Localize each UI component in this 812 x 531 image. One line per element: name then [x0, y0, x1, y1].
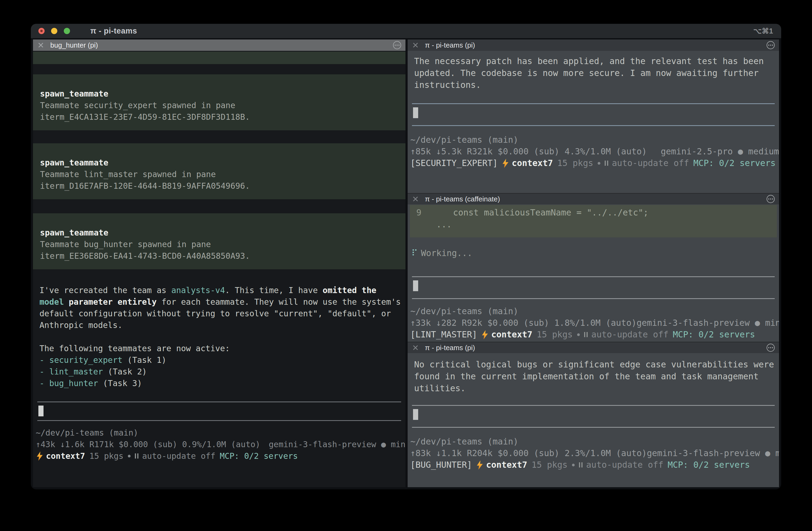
cwd-branch: ~/dev/pi-teams (main) [410, 134, 779, 146]
split-pane-area: bug_hunter (pi) spawn_teammate Teammate … [31, 38, 781, 489]
mcp-servers-status: MCP: 0/2 servers [220, 450, 298, 462]
model-label: gemini-3-flash-preview ● minim [637, 317, 779, 329]
dot-separator-icon [577, 333, 580, 336]
pause-icon [135, 454, 139, 459]
pane-menu-icon[interactable] [767, 344, 775, 352]
zoom-window-button[interactable] [64, 28, 70, 34]
close-pane-icon[interactable] [37, 42, 44, 49]
terminal-cursor [413, 409, 418, 420]
message-paragraph: I've recreated the team as analysts-v4. … [40, 284, 404, 331]
tools-status-row: [LINT_MASTER] context7 15 pkgs auto-upda… [410, 329, 779, 340]
token-stats: ↑85k ↓5.3k R321k $0.000 (sub) 4.3%/1.0M … [410, 146, 647, 157]
teammate-list-item: - security_expert (Task 1) [40, 354, 404, 366]
packages-count: 15 pkgs [532, 459, 567, 471]
model-label: gemini-3-flash-preview ● min [647, 447, 779, 459]
tools-status-row: [SECURITY_EXPERT] context7 15 pkgs auto-… [410, 157, 779, 169]
mcp-tool-name: context7 [491, 329, 532, 340]
tool-result-line: Teammate lint_master spawned in pane [40, 169, 398, 180]
close-pane-icon[interactable] [412, 196, 419, 202]
terminal-cursor [413, 107, 418, 118]
bug-hunter-terminal-pane[interactable]: spawn_teammate Teammate security_expert … [33, 51, 405, 487]
auto-update-status: auto-update off [612, 157, 689, 169]
tool-result-line: iterm_EE36E8D6-EA41-4743-BCD0-A40A85850A… [40, 250, 398, 262]
input-divider [37, 402, 401, 402]
prompt-input-area[interactable] [408, 103, 779, 126]
tools-status-row: context7 15 pkgs auto-update off MCP: 0/… [36, 450, 405, 462]
mcp-tool-name: context7 [486, 459, 527, 471]
bug-hunter-agent-pane-titlebar[interactable]: π - pi-teams (pi) [408, 342, 779, 353]
lightning-icon [502, 159, 509, 168]
pause-icon [605, 161, 608, 166]
code-line: 9const maliciousTeamName = "../../etc"; [410, 206, 777, 218]
packages-count: 15 pkgs [537, 329, 572, 340]
pi-status-bar: ~/dev/pi-teams (main) ↑83k ↓1.1k R204k $… [408, 436, 779, 471]
pane-title-label: π - pi-teams (pi) [425, 344, 475, 352]
token-stats-row: ↑85k ↓5.3k R321k $0.000 (sub) 4.3%/1.0M … [410, 146, 779, 157]
mcp-tool-name: context7 [46, 450, 85, 462]
window-titlebar[interactable]: π - pi-teams ⌥⌘1 [31, 24, 781, 38]
close-pane-icon[interactable] [412, 344, 419, 351]
tool-result-line: iterm_E4CA131E-23E7-4D59-81EC-3DF8DF3D11… [40, 111, 398, 123]
pane-menu-icon[interactable] [767, 195, 775, 203]
cwd-branch: ~/dev/pi-teams (main) [410, 305, 779, 317]
security-expert-pane-titlebar[interactable]: π - pi-teams (pi) [408, 40, 779, 51]
right-pane-column: π - pi-teams (pi) The necessary patch ha… [408, 40, 779, 487]
close-pane-icon[interactable] [412, 42, 419, 49]
tool-result-line: Teammate security_expert spawned in pane [40, 100, 398, 111]
pi-status-bar: ~/dev/pi-teams (main) ↑43k ↓1.6k R171k $… [33, 427, 405, 462]
teammate-list-item: - lint_master (Task 2) [40, 366, 404, 377]
dot-separator-icon [598, 162, 600, 164]
prompt-input-area[interactable] [408, 405, 779, 428]
pane-menu-icon[interactable] [767, 41, 775, 49]
code-ellipsis: ... [410, 218, 777, 230]
traffic-lights [39, 28, 70, 34]
tool-result-block: spawn_teammate Teammate bug_hunter spawn… [33, 213, 405, 269]
tool-name: spawn_teammate [40, 88, 398, 100]
auto-update-status: auto-update off [586, 459, 663, 471]
tool-result-line: iterm_D16E7AFB-120E-4644-B819-9AFFA05496… [40, 180, 398, 192]
input-divider [412, 427, 775, 428]
assistant-message: The necessary patch has been applied, an… [408, 55, 777, 91]
working-label: Working... [421, 248, 472, 258]
minimize-window-button[interactable] [51, 28, 57, 34]
packages-count: 15 pkgs [557, 157, 593, 169]
input-divider [412, 125, 775, 126]
token-stats: ↑83k ↓1.1k R204k $0.000 (sub) 2.3%/1.0M … [410, 447, 647, 459]
input-divider [412, 298, 775, 299]
prompt-input-area[interactable] [33, 402, 405, 421]
auto-update-status: auto-update off [142, 450, 215, 462]
pi-status-bar: ~/dev/pi-teams (main) ↑85k ↓5.3k R321k $… [408, 134, 779, 169]
left-pane-titlebar[interactable]: bug_hunter (pi) [33, 40, 405, 51]
iterm-window: π - pi-teams ⌥⌘1 bug_hunter (pi) spawn_t… [31, 24, 781, 489]
pane-title-label: π - pi-teams (caffeinate) [425, 195, 500, 203]
packages-count: 15 pkgs [89, 450, 124, 462]
assistant-message: I've recreated the team as analysts-v4. … [33, 284, 404, 389]
teammate-list-item: - bug_hunter (Task 3) [40, 377, 404, 389]
input-divider [412, 103, 775, 104]
pane-title-label: π - pi-teams (pi) [425, 41, 475, 49]
auto-update-status: auto-update off [592, 329, 668, 340]
tool-result-block-partial [33, 52, 405, 64]
spinner-icon: ⠏ [411, 248, 418, 258]
bug-hunter-agent-pane: π - pi-teams (pi) No critical logical bu… [408, 342, 779, 487]
lightning-icon [481, 330, 489, 339]
tool-result-line: Teammate bug_hunter spawned in pane [40, 239, 398, 250]
security-expert-terminal[interactable]: The necessary patch has been applied, an… [408, 51, 779, 193]
pi-status-bar: ~/dev/pi-teams (main) ↑33k ↓282 R92k $0.… [408, 305, 779, 340]
agent-tag: [SECURITY_EXPERT] [410, 157, 498, 169]
agent-tag: [BUG_HUNTER] [410, 459, 472, 471]
pane-menu-icon[interactable] [393, 41, 401, 49]
token-stats: ↑43k ↓1.6k R171k $0.000 (sub) 0.9%/1.0M … [36, 439, 260, 450]
assistant-message: No critical logical bugs or significant … [408, 359, 777, 394]
bug-hunter-agent-terminal[interactable]: No critical logical bugs or significant … [408, 353, 779, 487]
teammate-name: lint_master [49, 367, 103, 376]
agent-tag: [LINT_MASTER] [410, 329, 477, 340]
lint-master-terminal[interactable]: 9const maliciousTeamName = "../../etc"; … [408, 204, 779, 342]
lint-master-pane-titlebar[interactable]: π - pi-teams (caffeinate) [408, 193, 779, 204]
window-title: π - pi-teams [90, 27, 137, 35]
close-window-button[interactable] [39, 28, 45, 34]
pane-title-label: bug_hunter (pi) [50, 41, 98, 49]
mcp-servers-status: MCP: 0/2 servers [673, 329, 755, 340]
prompt-input-area[interactable] [408, 276, 779, 299]
pause-icon [584, 332, 588, 337]
